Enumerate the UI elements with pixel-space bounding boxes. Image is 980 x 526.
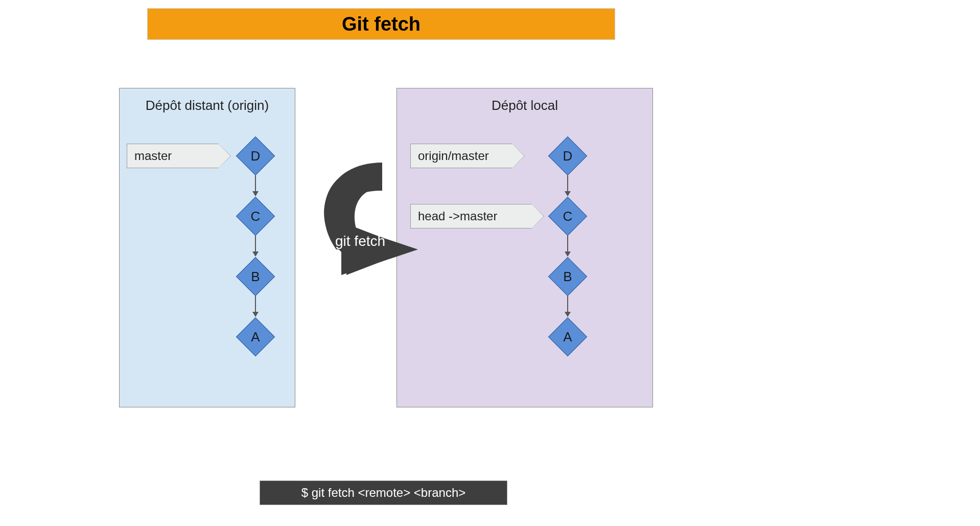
local-panel-title: Dépôt local bbox=[397, 88, 652, 113]
arrow-down-icon bbox=[255, 296, 256, 316]
commit-node-d: D bbox=[548, 136, 587, 175]
arrow-down-icon bbox=[255, 175, 256, 196]
command-text: $ git fetch <remote> <branch> bbox=[301, 486, 466, 500]
commit-node-a: A bbox=[236, 317, 275, 356]
curved-arrow-icon bbox=[295, 147, 438, 280]
arrow-down-icon bbox=[255, 236, 256, 256]
tag-pointer bbox=[531, 204, 544, 228]
arrow-label: git fetch bbox=[335, 233, 385, 249]
arrow-down-icon bbox=[567, 175, 568, 196]
commit-node-b: B bbox=[548, 257, 587, 296]
branch-tag-label: master bbox=[134, 149, 172, 163]
commit-node-a: A bbox=[548, 317, 587, 356]
commit-label: A bbox=[563, 329, 572, 345]
commit-node-b: B bbox=[236, 257, 275, 296]
branch-tag-master: master bbox=[127, 144, 219, 168]
command-bar: $ git fetch <remote> <branch> bbox=[260, 481, 507, 505]
commit-node-c: C bbox=[236, 197, 275, 236]
commit-node-c: C bbox=[548, 197, 587, 236]
remote-panel: Dépôt distant (origin) master D C B A bbox=[119, 88, 295, 407]
commit-label: D bbox=[251, 148, 261, 164]
commit-node-d: D bbox=[236, 136, 275, 175]
commit-label: C bbox=[251, 209, 261, 224]
commit-label: C bbox=[563, 209, 573, 224]
arrow-down-icon bbox=[567, 296, 568, 316]
remote-panel-title: Dépôt distant (origin) bbox=[120, 88, 295, 113]
commit-label: B bbox=[251, 269, 260, 285]
page-title: Git fetch bbox=[147, 8, 615, 40]
commit-label: A bbox=[251, 329, 260, 345]
commit-label: B bbox=[563, 269, 572, 285]
tag-pointer bbox=[512, 144, 524, 168]
tag-pointer bbox=[218, 144, 230, 168]
arrow-down-icon bbox=[567, 236, 568, 256]
commit-label: D bbox=[563, 148, 573, 164]
